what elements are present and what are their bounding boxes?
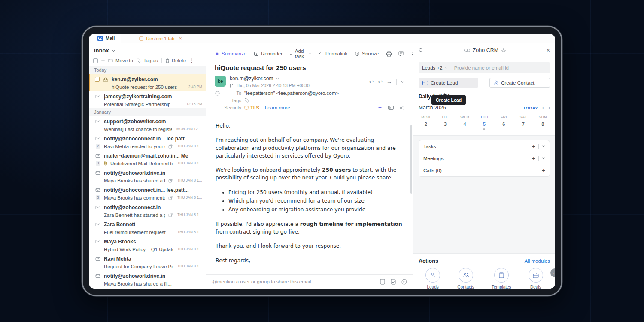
delete-button[interactable]: Delete [165, 58, 186, 63]
mail-row[interactable]: notify@zohoconnect.in... lee.patt... 2 R… [89, 133, 206, 150]
mail-row[interactable]: notify@zohoconnect.in Zara Bennett has s… [89, 202, 206, 219]
today-button[interactable]: TODAY [523, 106, 538, 110]
share-icon[interactable] [400, 106, 404, 110]
calls-row[interactable]: Calls (0) + [419, 164, 550, 176]
snooze-button[interactable]: Snooze [355, 51, 379, 56]
learn-more-link[interactable]: Learn more [265, 105, 290, 110]
more-options-button[interactable]: ⋮ [189, 58, 194, 64]
search-icon[interactable] [419, 48, 424, 53]
calendar-day[interactable]: FRI6 [494, 115, 513, 130]
search-scope-selector[interactable]: Leads +2 [422, 65, 448, 70]
add-call-icon[interactable]: + [542, 167, 545, 173]
trash-icon [165, 58, 170, 63]
mention-input[interactable] [212, 279, 374, 284]
chevron-down-icon [276, 78, 279, 80]
mail-row[interactable]: support@zohowriter.com Webinar] Last cha… [89, 116, 206, 133]
email-subject: hiQuote request for 250 users [206, 61, 413, 76]
tag-as-button[interactable]: Tag as [137, 58, 158, 63]
add-task-button[interactable]: Add task [290, 49, 311, 59]
chevron-down-icon[interactable] [542, 157, 545, 159]
task-check-icon[interactable] [391, 279, 396, 285]
close-panel-icon[interactable]: × [547, 47, 550, 54]
contact-card-icon[interactable] [388, 106, 394, 110]
mail-row[interactable]: Maya Brooks Hybrid Work Policy – Q1 Upda… [89, 236, 206, 253]
mail-row[interactable]: Ravi Mehta Request for Company Leave Pol… [89, 253, 206, 270]
open-in-new-icon[interactable] [410, 52, 413, 56]
reply-icon[interactable]: ↩ [369, 79, 374, 85]
module-templates[interactable]: Templates [492, 268, 511, 289]
select-all-checkbox[interactable] [93, 58, 98, 63]
collapse-details-icon[interactable] [215, 91, 220, 96]
tag-icon[interactable] [244, 98, 249, 103]
envelope-icon [95, 205, 101, 210]
sender-email-menu[interactable]: ken.m@zylker.com [230, 76, 310, 82]
create-contact-button[interactable]: Create Contact [489, 78, 550, 88]
chevron-down-icon[interactable] [401, 81, 404, 83]
tab-restore[interactable]: Restore 1 tab × [133, 34, 188, 43]
calendar-prev-icon[interactable]: ‹ [542, 105, 544, 111]
chevron-down-icon[interactable] [542, 145, 545, 147]
create-lead-label: Create Lead [431, 80, 458, 85]
today-dot [483, 128, 485, 130]
calendar-day-selected[interactable]: THU5 [474, 115, 494, 130]
reply-all-icon[interactable]: ↩ [378, 79, 382, 85]
module-leads[interactable]: Leads [425, 268, 440, 289]
mail-sender: Zara Bennett [104, 222, 135, 228]
tls-badge: TLS [250, 105, 259, 110]
calendar-week-strip: MON2 TUE3 WED4 THU5 FRI6 SAT7 SUN8 [416, 115, 553, 130]
add-meeting-icon[interactable]: + [532, 155, 535, 161]
folder-selector[interactable]: Inbox [89, 43, 206, 56]
tab-close-icon[interactable]: × [179, 36, 182, 42]
module-contacts[interactable]: Contacts [457, 268, 474, 289]
sparkle-icon[interactable] [378, 106, 382, 110]
permalink-button[interactable]: Permalink [318, 51, 347, 56]
print-icon[interactable] [386, 51, 392, 57]
mail-row[interactable]: notify@zohoworkdrive.in Maya Brooks has … [89, 270, 206, 288]
tab-mail-label: Mail [106, 36, 115, 41]
external-link-icon [168, 213, 173, 217]
emoji-icon[interactable] [401, 279, 407, 285]
summarize-button[interactable]: Summarize [215, 51, 246, 56]
row-checkbox[interactable] [95, 77, 100, 82]
add-task-icon[interactable]: + [532, 143, 535, 149]
move-to-button[interactable]: Move to [108, 58, 133, 63]
calendar-next-icon[interactable]: › [548, 105, 550, 111]
all-modules-link[interactable]: All modules [525, 258, 550, 264]
note-icon[interactable] [380, 279, 385, 285]
create-lead-button[interactable]: Create Lead [419, 78, 478, 88]
chevron-down-icon [445, 67, 448, 69]
envelope-icon [95, 274, 101, 278]
reader-scrollbar[interactable] [410, 125, 412, 194]
mail-row[interactable]: mailer-daemon@mail.zoho.in... Me 3 Undel… [89, 150, 206, 167]
mail-row[interactable]: notify@zohoconnect.in... lee.patt... 3 M… [89, 185, 206, 202]
body-greeting: Hello, [216, 122, 404, 130]
calendar-day[interactable]: SUN8 [533, 115, 553, 130]
mail-row[interactable]: jamesy@zylkertraining.com Potential Stra… [89, 91, 206, 108]
gear-icon[interactable] [501, 48, 506, 53]
chevron-down-icon[interactable] [101, 60, 105, 62]
calendar-day[interactable]: WED4 [455, 115, 474, 130]
flag-icon[interactable] [230, 83, 234, 88]
tablet-frame: Mail Restore 1 tab × Inbox Move to [82, 26, 562, 296]
app-screen: Mail Restore 1 tab × Inbox Move to [89, 34, 555, 289]
reminder-button[interactable]: Reminder [254, 51, 283, 56]
mail-time: 12:18 PM [185, 102, 202, 106]
mail-sender: ken.m@zylker.com [112, 76, 158, 82]
comment-icon[interactable] [398, 51, 404, 56]
tasks-label: Tasks [423, 144, 436, 149]
tasks-row[interactable]: Tasks + [419, 140, 550, 152]
meetings-row[interactable]: Meetings + [419, 152, 550, 164]
calendar-day[interactable]: SAT7 [513, 115, 533, 130]
restore-icon [139, 36, 143, 41]
tab-mail[interactable]: Mail [91, 34, 121, 43]
forward-icon[interactable]: → [386, 79, 392, 85]
crm-search-input[interactable] [454, 65, 547, 70]
calendar-day[interactable]: TUE3 [435, 115, 455, 130]
mail-row[interactable]: Zara Bennett Fuel reimbursement request … [89, 219, 206, 236]
mail-row[interactable]: notify@zohoworkdrive.in Maya Brooks has … [89, 167, 206, 185]
mail-row[interactable]: ken.m@zylker.com hiQuote request for 250… [89, 74, 206, 91]
module-deals[interactable]: Deals [529, 268, 543, 289]
mail-sender: jamesy@zylkertraining.com [104, 94, 172, 100]
calendar-day[interactable]: MON2 [416, 115, 435, 130]
tag-as-label: Tag as [143, 58, 158, 63]
